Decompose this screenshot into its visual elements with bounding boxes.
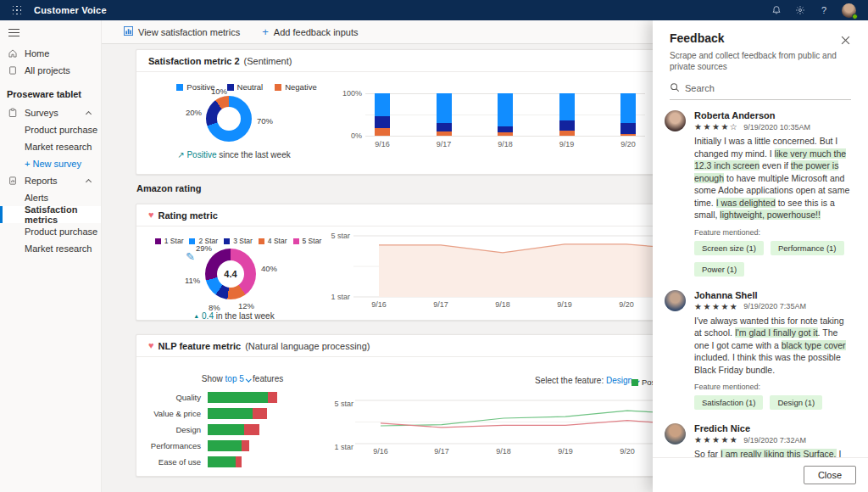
feature-row-ease-of-use: Ease of use [136, 454, 340, 470]
feature-row-performances: Performances [136, 438, 340, 454]
rating-5star-pct: 40% [261, 264, 277, 273]
review-text: I've always wanted this for note taking … [694, 315, 853, 377]
sidebar: HomeAll projectsProseware tabletSurveysP… [0, 20, 102, 492]
search-input[interactable] [685, 83, 851, 93]
sidebar-section-proseware-tablet: Proseware tablet [0, 79, 101, 104]
bar-segment-neutral [620, 123, 636, 134]
sidebar-item-market-research[interactable]: Market research [0, 240, 101, 257]
feature-tag-power-1[interactable]: Power (1) [694, 262, 744, 277]
legend-swatch [275, 84, 281, 91]
bar-segment-negative [620, 134, 636, 137]
star-rating: ★★★★★ [694, 302, 738, 311]
sidebar-item-reports[interactable]: Reports [0, 172, 101, 189]
app-header: Customer Voice ? [0, 0, 868, 20]
notifications-bell-icon[interactable] [771, 4, 782, 16]
bar-segment-negative [559, 131, 575, 137]
rating-trend-note: ▲ 0.4 in the last week [158, 311, 310, 321]
sidebar-item-label: All projects [25, 65, 70, 75]
feature-tag-satisfaction-1[interactable]: Satisfaction (1) [694, 395, 763, 410]
bar-segment-positive [208, 440, 242, 451]
sidebar-item-label: Market research [25, 142, 92, 152]
sidebar-item-product-purchase[interactable]: Product purchase [0, 121, 101, 138]
bar-segment-neutral [498, 126, 513, 132]
bar-segment-positive [437, 93, 452, 123]
reviews-list: Roberta Anderson★★★★☆9/19/2020 10:35AMIn… [653, 100, 868, 457]
legend-item-negative: Negative [275, 82, 317, 92]
feedback-search[interactable] [670, 81, 851, 100]
add-feedback-inputs-button[interactable]: + Add feedback inputs [262, 26, 358, 37]
edit-icon[interactable]: ✎ [186, 250, 195, 263]
top-5-dropdown[interactable]: top 5 [225, 374, 244, 383]
hamburger-menu-icon[interactable] [0, 20, 101, 45]
review-johanna-shell: Johanna Shell★★★★★9/19/2020 7:35AMI've a… [665, 290, 853, 411]
sidebar-item-product-purchase[interactable]: Product purchase [0, 223, 101, 240]
bar-segment-positive [208, 408, 253, 419]
legend-swatch [155, 238, 161, 244]
feature-tags: Screen size (1)Performance (1)Power (1) [694, 241, 853, 277]
rating-trend-chart: 9/169/179/189/199/20 [353, 226, 659, 311]
feature-dropdown[interactable]: Design [606, 376, 632, 385]
amazon-rating-section-title: Amazon rating [136, 183, 201, 193]
feature-bar [208, 440, 249, 451]
legend-label: 3 Star [233, 237, 253, 245]
sentiment-stacked-bar-chart [365, 93, 645, 136]
bar-segment-positive [208, 392, 268, 403]
help-icon[interactable]: ? [818, 4, 830, 16]
sentiment-neutral-pct: 20% [186, 108, 202, 117]
rating-1star-pct: 29% [196, 243, 212, 253]
waffle-icon[interactable] [7, 0, 27, 20]
sidebar-item-new-survey[interactable]: + New survey [0, 155, 101, 172]
sidebar-item-alerts[interactable]: Alerts [0, 189, 101, 206]
sidebar-item-label: Home [25, 48, 49, 59]
reviewer-name: Fredich Nice [694, 423, 853, 433]
app-title: Customer Voice [34, 5, 107, 15]
svg-text:9/18: 9/18 [496, 447, 511, 456]
view-satisfaction-metrics-button[interactable]: View satisfaction metrics [124, 26, 240, 37]
close-icon[interactable] [841, 33, 853, 45]
sidebar-item-satisfaction-metrics[interactable]: Satisfaction metrics [0, 206, 101, 223]
feature-label: Design [136, 425, 208, 434]
feature-row-design: Design [136, 422, 340, 438]
review-date: 9/19/2020 7:35AM [743, 302, 806, 310]
rating-legend: 1 Star2 Star3 Star4 Star5 Star [153, 237, 323, 245]
sidebar-item-market-research[interactable]: Market research [0, 138, 101, 155]
feature-tag-design-1[interactable]: Design (1) [770, 395, 822, 410]
chevron-up-icon[interactable] [86, 179, 92, 185]
close-button[interactable]: Close [804, 466, 856, 484]
chevron-up-icon[interactable] [86, 111, 92, 117]
stacked-bar-9-20 [611, 93, 645, 136]
sidebar-item-label: Alerts [25, 193, 48, 203]
feature-tag-performance-1[interactable]: Performance (1) [771, 241, 844, 255]
panel-footer: Close [653, 457, 868, 492]
legend-item-1-star: 1 Star [155, 237, 184, 245]
review-text: So far I am really liking this Surface. … [694, 448, 853, 457]
settings-gear-icon[interactable] [794, 4, 806, 16]
review-phrase: included. I think this was the possible … [694, 352, 841, 375]
sidebar-item-surveys[interactable]: Surveys [0, 104, 101, 121]
sidebar-item-home[interactable]: Home [0, 45, 101, 62]
feature-tag-screen-size-1[interactable]: Screen size (1) [694, 241, 764, 255]
stacked-bar-9-17 [427, 93, 461, 136]
legend-item-5-star: 5 Star [293, 237, 322, 245]
svg-text:9/20: 9/20 [619, 300, 634, 309]
rating-4star-pct: 12% [238, 301, 254, 310]
legend-label: 5 Star [303, 237, 322, 245]
reviewer-avatar [665, 110, 686, 131]
bar-segment-positive [559, 93, 575, 120]
feedback-panel: Feedback Scrape and collect feedback fro… [653, 20, 868, 492]
sidebar-item-all-projects[interactable]: All projects [0, 62, 101, 79]
svg-text:9/16: 9/16 [373, 447, 388, 456]
legend-item-4-star: 4 Star [259, 237, 287, 245]
legend-swatch [259, 238, 264, 244]
sidebar-item-label: + New survey [25, 159, 81, 169]
sentiment-positive-pct: 70% [257, 116, 273, 126]
user-avatar[interactable] [842, 3, 856, 18]
rating-card-title: Rating metric [159, 210, 218, 221]
sentiment-trend-note: ↗ Positive since the last week [158, 150, 310, 159]
svg-text:9/19: 9/19 [557, 300, 572, 309]
sidebar-item-label: Product purchase [25, 226, 97, 237]
feature-row-quality: Quality [136, 389, 340, 405]
rating-donut-chart: 4.4 [205, 249, 256, 299]
reviewer-name: Johanna Shell [694, 290, 853, 300]
heart-icon: ♥ [148, 341, 154, 350]
